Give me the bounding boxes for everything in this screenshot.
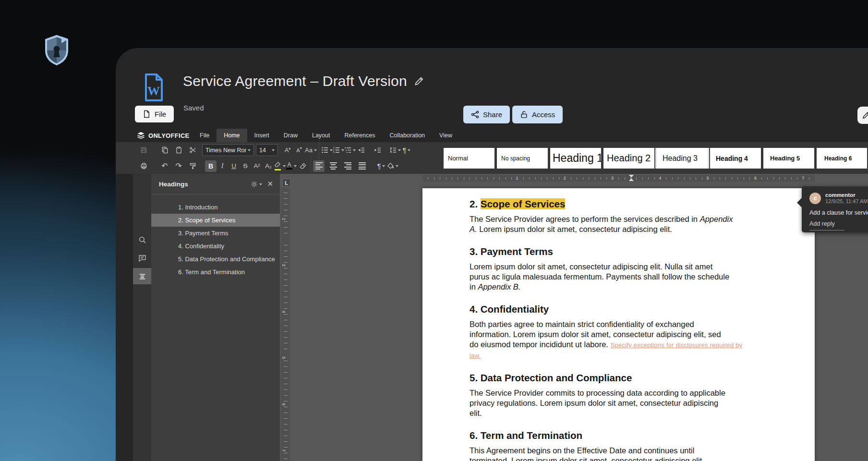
print-button[interactable] xyxy=(138,160,149,172)
add-reply-field[interactable]: Add reply xyxy=(809,220,844,230)
shading-button[interactable] xyxy=(387,160,398,172)
save-button[interactable] xyxy=(138,145,149,156)
heading-item-6[interactable]: 6. Term and Termination xyxy=(151,266,280,279)
edit-mode-button[interactable] xyxy=(857,107,868,124)
document-title: Service Agreement – Draft Version xyxy=(183,73,407,89)
heading-text: Payment Terms xyxy=(481,246,553,257)
line-spacing-button[interactable] xyxy=(389,145,401,156)
numbered-list-button[interactable] xyxy=(333,145,344,156)
brand-name: ONLYOFFICE xyxy=(148,132,190,139)
change-case-button[interactable]: Aa xyxy=(305,145,317,156)
strikethrough-icon: S xyxy=(243,162,247,170)
style-normal[interactable]: Normal xyxy=(444,148,494,169)
increase-indent-button[interactable] xyxy=(372,145,384,156)
first-line-indent-marker[interactable] xyxy=(629,175,634,178)
clear-format-button[interactable] xyxy=(297,160,309,172)
heading-item-5[interactable]: 5. Data Protection and Compliance xyxy=(151,253,280,266)
tab-home[interactable]: Home xyxy=(217,129,247,142)
highlight-color-button[interactable] xyxy=(274,160,286,172)
panel-settings-button[interactable] xyxy=(251,181,262,188)
undo-button[interactable]: ↶ xyxy=(159,160,170,172)
style-heading-3[interactable]: Heading 3 xyxy=(657,148,708,169)
access-button[interactable]: Access xyxy=(512,106,563,123)
cut-button[interactable] xyxy=(187,145,198,156)
headings-list: 1. Introduction2. Scope of Services3. Pa… xyxy=(151,201,280,279)
doc-paragraph: Both parties agree to maintain strict co… xyxy=(470,319,768,361)
style-no-spacing[interactable]: No spacing xyxy=(497,148,548,169)
font-color-button[interactable]: A xyxy=(286,160,297,172)
paragraph-mark-icon: ¶ xyxy=(377,162,381,170)
justify-button[interactable] xyxy=(356,160,368,172)
comments-button[interactable] xyxy=(133,250,151,266)
nonprinting-marks-icon: ¶ xyxy=(403,146,407,154)
highlighted-heading-text: Scope of Services xyxy=(481,198,566,209)
document-page[interactable]: 2. Scope of ServicesThe Service Provider… xyxy=(422,188,815,461)
multilevel-list-button[interactable] xyxy=(344,145,356,156)
chevron-down-icon xyxy=(248,149,251,153)
heading-item-2[interactable]: 2. Scope of Services xyxy=(151,214,280,227)
italic-button[interactable]: I xyxy=(217,160,228,172)
redo-button[interactable]: ↷ xyxy=(173,160,184,172)
style-heading-2[interactable]: Heading 2 xyxy=(603,148,654,169)
align-center-button[interactable] xyxy=(327,160,339,172)
search-button[interactable] xyxy=(133,231,151,248)
increase-font-button[interactable]: A▴ xyxy=(282,145,293,156)
tab-collaboration[interactable]: Collaboration xyxy=(382,129,432,142)
hanging-indent-marker[interactable] xyxy=(629,178,634,181)
font-size-select[interactable]: 14 xyxy=(256,144,278,156)
share-button[interactable]: Share xyxy=(463,106,510,123)
nonprinting-marks-button[interactable]: ¶ xyxy=(401,145,412,156)
headings-nav-button[interactable] xyxy=(133,268,151,284)
numbered-list-icon xyxy=(333,146,340,154)
file-button[interactable]: File xyxy=(135,106,174,122)
align-right-button[interactable] xyxy=(342,160,353,172)
heading-item-3[interactable]: 3. Payment Terms xyxy=(151,227,280,240)
save-status: Saved xyxy=(183,104,204,112)
rename-pencil-icon[interactable] xyxy=(414,76,424,86)
style-heading-6[interactable]: Heading 6 xyxy=(817,148,867,169)
editor-window: W Service Agreement – Draft Version Save… xyxy=(116,48,868,461)
tab-draw[interactable]: Draw xyxy=(277,129,305,142)
bold-button[interactable]: B xyxy=(205,160,217,172)
paragraph-settings-button[interactable]: ¶ xyxy=(375,160,387,172)
multilevel-list-icon xyxy=(344,146,351,154)
bullet-list-icon xyxy=(321,146,328,154)
subscript-button[interactable]: A₂ xyxy=(263,160,274,172)
decrease-indent-button[interactable] xyxy=(356,145,367,156)
align-left-button[interactable] xyxy=(313,160,325,172)
doc-paragraph: The Service Provider agrees to perform t… xyxy=(470,214,768,234)
underline-button[interactable]: U xyxy=(228,160,240,172)
font-name-select[interactable]: Times New Roman xyxy=(202,144,254,156)
style-heading-5[interactable]: Heading 5 xyxy=(763,148,814,169)
copy-button[interactable] xyxy=(159,145,170,156)
horizontal-ruler[interactable]: 1234567 xyxy=(422,175,815,182)
panel-close-button[interactable]: ✕ xyxy=(267,180,273,188)
superscript-button[interactable]: A² xyxy=(251,160,263,172)
chevron-down-icon xyxy=(272,149,275,153)
h-ruler-number: 3 xyxy=(610,175,615,181)
doc-heading-2: 2. Scope of Services xyxy=(470,199,768,209)
bullet-list-button[interactable] xyxy=(321,145,333,156)
tab-layout[interactable]: Layout xyxy=(305,129,338,142)
align-center-icon xyxy=(330,162,337,170)
decrease-font-button[interactable]: A▾ xyxy=(293,145,305,156)
format-painter-button[interactable] xyxy=(187,160,198,172)
style-heading-4[interactable]: Heading 4 xyxy=(710,148,761,169)
tab-stop-selector[interactable]: L xyxy=(282,179,290,187)
heading-item-4[interactable]: 4. Confidentiality xyxy=(151,240,280,253)
redo-icon: ↷ xyxy=(175,161,181,170)
strikethrough-button[interactable]: S xyxy=(240,160,251,172)
paste-button[interactable] xyxy=(173,145,184,156)
style-heading-1[interactable]: Heading 1 xyxy=(550,148,601,169)
tab-view[interactable]: View xyxy=(432,129,459,142)
heading-item-1[interactable]: 1. Introduction xyxy=(151,201,280,214)
file-button-label: File xyxy=(155,110,166,118)
menu-tabs: FileHomeInsertDrawLayoutReferencesCollab… xyxy=(193,129,459,142)
vertical-ruler[interactable]: 234567 xyxy=(281,187,289,461)
comment-text: Add a clause for services xyxy=(809,209,868,216)
increase-indent-icon xyxy=(374,146,381,154)
tab-insert[interactable]: Insert xyxy=(247,129,277,142)
tab-file[interactable]: File xyxy=(193,129,217,142)
comment-timestamp: 12/9/25, 11:47 AM xyxy=(825,198,868,205)
tab-references[interactable]: References xyxy=(337,129,382,142)
